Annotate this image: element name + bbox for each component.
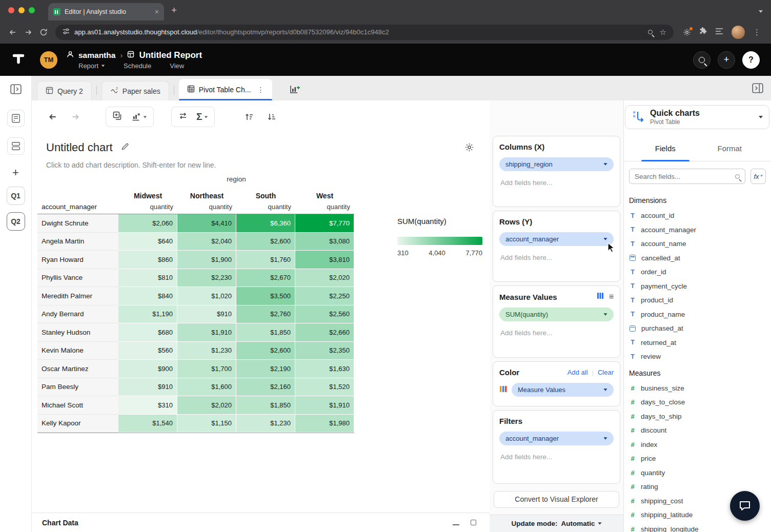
value-cell[interactable]: $2,670 — [236, 269, 295, 288]
tab-pivot-table-chart[interactable]: Pivot Table Ch... ⋮ — [179, 79, 273, 100]
convert-to-visual-explorer-button[interactable]: Convert to Visual Explorer — [494, 491, 619, 508]
value-cell[interactable]: $910 — [177, 305, 236, 324]
pill-filter-account-manager[interactable]: account_manager — [499, 432, 614, 445]
row-label[interactable]: Oscar Martinez — [37, 360, 118, 378]
color-legend-icon[interactable] — [499, 385, 508, 395]
query-badge-q1[interactable]: Q1 — [7, 187, 25, 205]
tab-menu-icon[interactable]: ⋮ — [257, 86, 264, 94]
field-item-index[interactable]: #index — [624, 438, 771, 452]
field-item-account_manager[interactable]: Taccount_manager — [624, 223, 771, 237]
value-cell[interactable]: $860 — [118, 251, 177, 269]
update-mode-select[interactable]: Automatic — [561, 520, 602, 527]
sort-ascending-icon[interactable] — [241, 109, 257, 125]
chart-description-placeholder[interactable]: Click to add chart description. Shift-en… — [46, 161, 216, 169]
value-cell[interactable]: $2,190 — [236, 360, 295, 378]
row-label[interactable]: Pam Beesly — [37, 378, 118, 397]
expand-panel-icon[interactable] — [752, 82, 764, 96]
search-icon[interactable] — [693, 51, 711, 69]
url-input[interactable]: app.as01.analyststudio.thoughtspot.cloud… — [55, 25, 674, 40]
browser-sidebar-icon[interactable] — [715, 28, 723, 37]
field-item-order_id[interactable]: Torder_id — [624, 265, 771, 279]
field-item-purchased_at[interactable]: purchased_at — [624, 321, 771, 336]
add-all-link[interactable]: Add all — [567, 369, 588, 376]
edit-title-pencil-icon[interactable] — [121, 142, 129, 153]
value-cell[interactable]: $2,560 — [295, 305, 354, 324]
value-cell[interactable]: $1,630 — [295, 360, 354, 378]
row-label[interactable]: Phyllis Vance — [37, 269, 118, 288]
report-title[interactable]: Untitled Report — [139, 50, 202, 60]
update-mode-bar[interactable]: Update mode: Automatic — [490, 515, 623, 532]
field-item-payment_cycle[interactable]: Tpayment_cycle — [624, 279, 771, 294]
tab-format[interactable]: Format — [698, 136, 762, 161]
search-fields-box[interactable] — [629, 169, 745, 184]
value-cell[interactable]: $910 — [118, 378, 177, 397]
site-settings-icon[interactable] — [63, 28, 70, 36]
quick-charts-selector[interactable]: Quick charts Pivot Table — [625, 105, 769, 129]
tab-paper-sales[interactable]: 2 Paper sales — [102, 81, 169, 100]
chart-data-label[interactable]: Chart Data — [42, 519, 78, 527]
value-cell[interactable]: $1,700 — [177, 360, 236, 378]
value-cell[interactable]: $1,900 — [177, 251, 236, 269]
column-header[interactable]: South — [236, 189, 295, 203]
value-cell[interactable]: $1,150 — [177, 415, 236, 433]
value-cell[interactable]: $3,810 — [295, 251, 354, 269]
redo-icon[interactable] — [68, 109, 83, 125]
back-icon[interactable] — [5, 25, 21, 40]
bookmark-star-icon[interactable]: ☆ — [660, 28, 666, 37]
help-icon[interactable]: ? — [742, 51, 760, 69]
column-header[interactable]: West — [295, 189, 354, 203]
column-header[interactable]: Northeast — [177, 189, 236, 203]
close-window-button[interactable] — [8, 7, 14, 13]
new-chart-button[interactable] — [282, 80, 307, 98]
pill-shipping-region[interactable]: shipping_region — [499, 157, 614, 171]
value-cell[interactable]: $1,520 — [295, 378, 354, 397]
value-cell[interactable]: $3,080 — [295, 233, 354, 251]
value-cell[interactable]: $680 — [118, 323, 177, 342]
field-item-cancelled_at[interactable]: cancelled_at — [624, 251, 771, 265]
value-cell[interactable]: $310 — [118, 396, 177, 415]
value-cell[interactable]: $1,850 — [236, 396, 295, 415]
value-cell[interactable]: $1,230 — [236, 415, 295, 433]
value-cell[interactable]: $2,250 — [295, 287, 354, 305]
minimize-window-button[interactable] — [18, 7, 25, 13]
columns-view-icon[interactable] — [597, 292, 604, 301]
collapse-panel-icon[interactable] — [10, 83, 22, 95]
browser-settings-icon[interactable] — [683, 28, 691, 36]
browser-menu-icon[interactable]: ⋮ — [753, 28, 761, 37]
value-cell[interactable]: $1,540 — [118, 415, 177, 433]
value-cell[interactable]: $2,230 — [177, 269, 236, 288]
field-item-product_id[interactable]: Tproduct_id — [624, 293, 771, 308]
value-cell[interactable]: $1,190 — [118, 305, 177, 324]
field-item-review[interactable]: Treview — [624, 350, 771, 364]
value-cell[interactable]: $2,350 — [295, 342, 354, 360]
value-cell[interactable]: $6,360 — [236, 214, 295, 233]
datasets-icon[interactable] — [7, 137, 25, 155]
value-cell[interactable]: $900 — [118, 360, 177, 378]
breadcrumb-user[interactable]: samantha — [78, 51, 115, 60]
field-item-quantity[interactable]: #quantity — [624, 466, 771, 480]
value-cell[interactable]: $2,660 — [295, 323, 354, 342]
swap-axes-icon[interactable] — [178, 111, 188, 123]
value-cell[interactable]: $2,760 — [236, 305, 295, 324]
extensions-puzzle-icon[interactable] — [699, 27, 707, 37]
menu-schedule[interactable]: Schedule — [124, 62, 151, 70]
search-fields-input[interactable] — [635, 173, 732, 180]
menu-report[interactable]: Report — [78, 62, 105, 70]
value-cell[interactable]: $7,770 — [295, 214, 354, 233]
app-logo[interactable] — [11, 52, 26, 68]
row-label[interactable]: Stanley Hudson — [37, 323, 118, 342]
column-header[interactable]: Midwest — [118, 189, 177, 203]
field-item-shipping_longitude[interactable]: #shipping_longitude — [624, 522, 771, 532]
value-cell[interactable]: $840 — [118, 287, 177, 305]
field-item-returned_at[interactable]: Treturned_at — [624, 336, 771, 350]
value-cell[interactable]: $1,850 — [236, 323, 295, 342]
clear-link[interactable]: Clear — [598, 369, 614, 376]
value-cell[interactable]: $1,760 — [236, 251, 295, 269]
field-item-discount[interactable]: #discount — [624, 423, 771, 438]
value-cell[interactable]: $4,410 — [177, 214, 236, 233]
tab-search-icon[interactable] — [759, 6, 763, 15]
value-cell[interactable]: $2,600 — [236, 342, 295, 360]
value-cell[interactable]: $1,910 — [177, 323, 236, 342]
value-cell[interactable]: $2,160 — [236, 378, 295, 397]
tab-query-2[interactable]: Query 2 — [37, 81, 92, 100]
